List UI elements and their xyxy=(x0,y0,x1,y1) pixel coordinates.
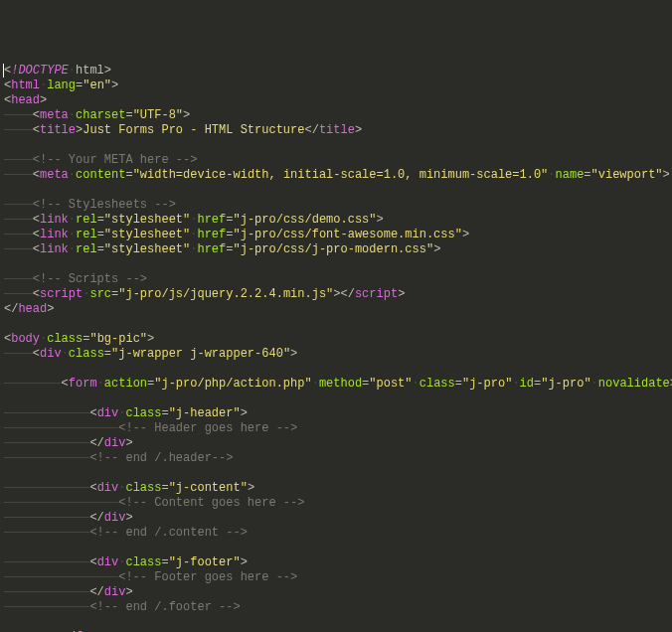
code-line: ————<title>Just Forms Pro - HTML Structu… xyxy=(4,123,668,138)
code-line: ————<script·src="j-pro/js/jquery.2.2.4.m… xyxy=(4,287,668,302)
code-line: ————<!-- Your META here --> xyxy=(4,153,668,168)
code-line: <html·lang="en"> xyxy=(4,79,668,93)
code-line: ————————————————<!-- Header goes here --… xyxy=(4,421,668,436)
code-line: <body·class="bg-pic"> xyxy=(4,332,668,347)
code-line: ————<link·rel="stylesheet"·href="j-pro/c… xyxy=(4,228,668,242)
code-line: ————————————<!-- end /.footer --> xyxy=(4,600,668,615)
code-line: ————————<form·action="j-pro/php/action.p… xyxy=(4,377,668,392)
code-line: ————<meta·charset="UTF-8"> xyxy=(4,108,668,123)
code-line: ————<div·class="j-wrapper j-wrapper-640"… xyxy=(4,347,668,362)
code-line: ————————————————<!-- Content goes here -… xyxy=(4,496,668,511)
code-line: ————<!-- Scripts --> xyxy=(4,272,668,287)
code-line xyxy=(4,257,668,272)
code-line xyxy=(4,615,668,630)
code-line: <!DOCTYPE·html> xyxy=(4,64,668,79)
code-line: ————————————<div·class="j-footer"> xyxy=(4,555,668,570)
code-line: </head> xyxy=(4,302,668,317)
code-line: ————<!-- Stylesheets --> xyxy=(4,198,668,213)
code-line: ————————————</div> xyxy=(4,585,668,600)
code-line: ————<link·rel="stylesheet"·href="j-pro/c… xyxy=(4,242,668,257)
code-line xyxy=(4,183,668,198)
code-editor[interactable]: <!DOCTYPE·html><html·lang="en"><head>———… xyxy=(4,64,668,632)
code-line: ————————————</div> xyxy=(4,436,668,451)
code-line xyxy=(4,317,668,332)
code-line: ————————————</div> xyxy=(4,511,668,526)
code-line: ————<link·rel="stylesheet"·href="j-pro/c… xyxy=(4,213,668,228)
code-line: ————<meta·content="width=device-width, i… xyxy=(4,168,668,183)
code-line: ————————————<!-- end /.content --> xyxy=(4,526,668,541)
code-line xyxy=(4,541,668,555)
code-line: ————————————<div·class="j-header"> xyxy=(4,406,668,421)
code-line: ————————————————<!-- Footer goes here --… xyxy=(4,570,668,585)
code-line: <head> xyxy=(4,93,668,108)
code-line xyxy=(4,362,668,377)
code-line xyxy=(4,392,668,406)
code-line: ————————————<!-- end /.header--> xyxy=(4,451,668,466)
code-line xyxy=(4,466,668,481)
code-line xyxy=(4,138,668,153)
code-line: ————————————<div·class="j-content"> xyxy=(4,481,668,496)
